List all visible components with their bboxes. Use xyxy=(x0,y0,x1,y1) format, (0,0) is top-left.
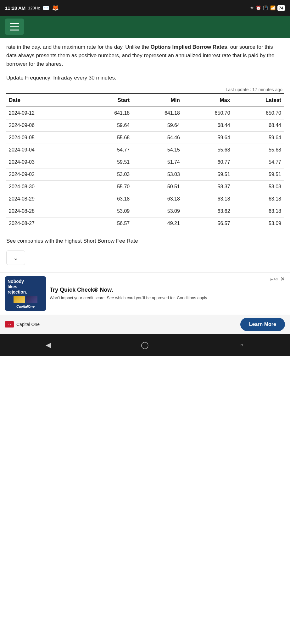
cell-date: 2024-08-28 xyxy=(6,205,82,217)
table-header-row: Date Start Min Max Latest xyxy=(6,94,284,107)
col-header-latest: Latest xyxy=(233,94,284,107)
back-button[interactable]: ◀ xyxy=(39,339,58,351)
recent-apps-button[interactable]: ▫ xyxy=(232,339,251,351)
cell-date: 2024-08-30 xyxy=(6,180,82,193)
ad-controls: ▶ Ad ✕ xyxy=(270,276,285,282)
cell-date: 2024-09-04 xyxy=(6,144,82,156)
col-header-min: Min xyxy=(132,94,182,107)
cell-value: 650.70 xyxy=(233,107,284,119)
cell-date: 2024-09-12 xyxy=(6,107,82,119)
cell-value: 63.18 xyxy=(233,205,284,217)
cell-value: 58.37 xyxy=(182,180,233,193)
ad-brand-info: C1 Capital One xyxy=(5,321,40,328)
cell-value: 49.21 xyxy=(132,217,182,229)
cell-value: 51.74 xyxy=(132,156,182,168)
ad-title: Try Quick Check® Now. xyxy=(50,287,285,293)
cell-date: 2024-09-03 xyxy=(6,156,82,168)
ad-card-gold xyxy=(14,296,25,303)
cell-value: 59.64 xyxy=(82,119,132,131)
scroll-indicator: ⌄ xyxy=(6,250,284,266)
ad-subtitle: Won't impact your credit score. See whic… xyxy=(50,295,285,301)
borrow-rate-table: Date Start Min Max Latest 2024-09-12641.… xyxy=(6,93,284,229)
ad-close-button[interactable]: ✕ xyxy=(280,276,285,282)
cell-value: 55.68 xyxy=(182,144,233,156)
vibrate-icon: 📳 xyxy=(263,5,268,10)
cell-value: 63.18 xyxy=(182,193,233,205)
cell-value: 641.18 xyxy=(132,107,182,119)
table-body: 2024-09-12641.18641.18650.70650.702024-0… xyxy=(6,107,284,229)
learn-more-button[interactable]: Learn More xyxy=(240,318,285,331)
cell-value: 63.18 xyxy=(132,193,182,205)
ad-footer: C1 Capital One Learn More xyxy=(0,315,290,334)
ad-capital-one-watermark: CapitalOne xyxy=(16,305,35,308)
cell-value: 54.15 xyxy=(132,144,182,156)
cell-value: 68.44 xyxy=(233,119,284,131)
cell-value: 59.51 xyxy=(82,156,132,168)
table-row: 2024-09-0454.7754.1555.6855.68 xyxy=(6,144,284,156)
chevron-down-button[interactable]: ⌄ xyxy=(6,250,25,265)
cell-value: 650.70 xyxy=(182,107,233,119)
bluetooth-icon: ✳ xyxy=(250,5,254,10)
cell-value: 55.70 xyxy=(82,180,132,193)
cell-value: 55.68 xyxy=(233,144,284,156)
see-companies-text: See companies with the highest Short Bor… xyxy=(6,237,284,245)
hamburger-line-3 xyxy=(10,30,19,30)
article-intro: rate in the day, and the maximum rate fo… xyxy=(6,38,284,82)
cell-date: 2024-08-27 xyxy=(6,217,82,229)
ad-nobody-text: Nobodylikesrejection. xyxy=(8,279,27,294)
cell-value: 59.51 xyxy=(233,168,284,180)
cell-value: 68.44 xyxy=(182,119,233,131)
capital-one-logo-icon: C1 xyxy=(5,321,14,328)
hamburger-line-2 xyxy=(10,26,19,27)
home-button[interactable]: ◯ xyxy=(136,339,154,351)
cell-value: 53.03 xyxy=(82,168,132,180)
cell-value: 54.77 xyxy=(82,144,132,156)
ad-image: Nobodylikesrejection. CapitalOne xyxy=(5,276,46,311)
main-content: rate in the day, and the maximum rate fo… xyxy=(0,38,290,272)
menu-button[interactable] xyxy=(5,19,24,35)
intro-text-before: rate in the day, and the maximum rate fo… xyxy=(6,44,151,50)
ad-text-block: Try Quick Check® Now. Won't impact your … xyxy=(50,287,285,301)
col-header-start: Start xyxy=(82,94,132,107)
ad-banner: Nobodylikesrejection. CapitalOne Try Qui… xyxy=(0,272,290,315)
ad-cards xyxy=(14,296,37,303)
app-header xyxy=(0,16,290,38)
cell-value: 59.64 xyxy=(132,119,182,131)
cell-date: 2024-09-02 xyxy=(6,168,82,180)
cell-value: 53.03 xyxy=(132,168,182,180)
cell-value: 63.62 xyxy=(182,205,233,217)
cell-date: 2024-08-29 xyxy=(6,193,82,205)
cell-value: 53.09 xyxy=(82,205,132,217)
intro-paragraph: rate in the day, and the maximum rate fo… xyxy=(6,43,284,69)
table-row: 2024-09-0659.6459.6468.4468.44 xyxy=(6,119,284,131)
cell-value: 55.68 xyxy=(82,131,132,144)
cell-value: 50.51 xyxy=(132,180,182,193)
cell-date: 2024-09-05 xyxy=(6,131,82,144)
table-row: 2024-08-2853.0953.0963.6263.18 xyxy=(6,205,284,217)
status-time-block: 11:28 AM 120Hz ✉️ 🦊 xyxy=(5,4,59,11)
bottom-nav-bar: ◀ ◯ ▫ xyxy=(0,334,290,356)
status-app-icon: 🦊 xyxy=(52,4,59,11)
table-row: 2024-09-0359.5151.7460.7754.77 xyxy=(6,156,284,168)
alarm-icon: ⏰ xyxy=(256,5,261,10)
cell-value: 54.46 xyxy=(132,131,182,144)
status-icons: ✳ ⏰ 📳 📶 74 xyxy=(250,5,285,11)
cell-value: 53.03 xyxy=(233,180,284,193)
status-time: 11:28 AM xyxy=(5,5,25,11)
battery-level: 74 xyxy=(277,5,285,11)
hamburger-line-1 xyxy=(10,23,19,24)
status-bar: 11:28 AM 120Hz ✉️ 🦊 ✳ ⏰ 📳 📶 74 xyxy=(0,0,290,16)
table-row: 2024-09-0555.6854.4659.6459.64 xyxy=(6,131,284,144)
ad-indicator: ▶ Ad xyxy=(270,277,278,281)
cell-value: 53.09 xyxy=(132,205,182,217)
chevron-down-icon: ⌄ xyxy=(13,254,19,261)
cell-value: 63.18 xyxy=(82,193,132,205)
signal-icon: 📶 xyxy=(270,5,276,10)
cell-value: 56.57 xyxy=(82,217,132,229)
cell-value: 63.18 xyxy=(233,193,284,205)
col-header-max: Max xyxy=(182,94,233,107)
status-hz: 120Hz xyxy=(28,6,40,10)
bold-term: Options Implied Borrow Rates xyxy=(151,44,227,50)
cell-value: 56.57 xyxy=(182,217,233,229)
cell-value: 54.77 xyxy=(233,156,284,168)
